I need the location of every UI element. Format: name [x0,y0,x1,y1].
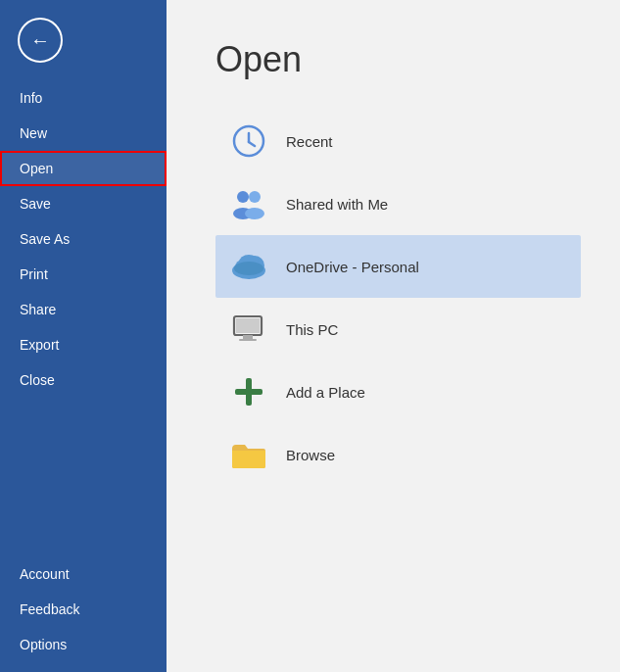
sidebar-item-new[interactable]: New [0,116,167,151]
location-item-add-place[interactable]: Add a Place [215,360,581,423]
plus-icon [229,372,268,411]
location-list: Recent Shared with Me OneDrive - Persona… [215,110,581,486]
sidebar-item-save[interactable]: Save [0,186,167,221]
location-label-this-pc: This PC [286,321,338,338]
location-label-recent: Recent [286,133,333,150]
sidebar-item-feedback[interactable]: Feedback [0,592,167,627]
svg-point-3 [237,191,249,203]
location-label-add-place: Add a Place [286,384,365,401]
sidebar-item-info[interactable]: Info [0,80,167,116]
people-icon [229,184,268,223]
svg-point-6 [245,208,264,219]
sidebar-item-account[interactable]: Account [0,556,167,592]
page-title: Open [215,39,581,80]
sidebar-item-options[interactable]: Options [0,627,167,662]
back-button[interactable]: ← [18,18,63,63]
svg-line-2 [249,142,255,146]
svg-rect-14 [243,335,253,339]
sidebar: ← InfoNewOpenSaveSave AsPrintShareExport… [0,0,167,672]
location-item-onedrive[interactable]: OneDrive - Personal [215,235,581,298]
svg-rect-13 [236,318,260,333]
sidebar-item-print[interactable]: Print [0,257,167,292]
location-item-shared[interactable]: Shared with Me [215,172,581,235]
location-label-onedrive: OneDrive - Personal [286,259,419,275]
sidebar-item-share[interactable]: Share [0,292,167,327]
sidebar-item-open[interactable]: Open [0,151,167,186]
computer-icon [229,310,268,349]
svg-rect-17 [235,389,262,395]
svg-point-11 [234,262,263,275]
location-item-this-pc[interactable]: This PC [215,298,581,360]
back-icon: ← [30,29,50,52]
location-label-browse: Browse [286,447,335,463]
location-item-browse[interactable]: Browse [215,423,581,486]
sidebar-item-close[interactable]: Close [0,362,167,398]
svg-point-5 [249,191,261,203]
folder-icon [229,435,268,474]
main-content: Open Recent Shared with Me OneDrive - Pe… [167,0,620,672]
location-label-shared: Shared with Me [286,196,388,213]
sidebar-item-save-as[interactable]: Save As [0,221,167,257]
location-item-recent[interactable]: Recent [215,110,581,172]
sidebar-item-export[interactable]: Export [0,327,167,362]
cloud-icon [229,247,268,286]
svg-rect-15 [239,339,257,341]
clock-icon [229,121,268,161]
